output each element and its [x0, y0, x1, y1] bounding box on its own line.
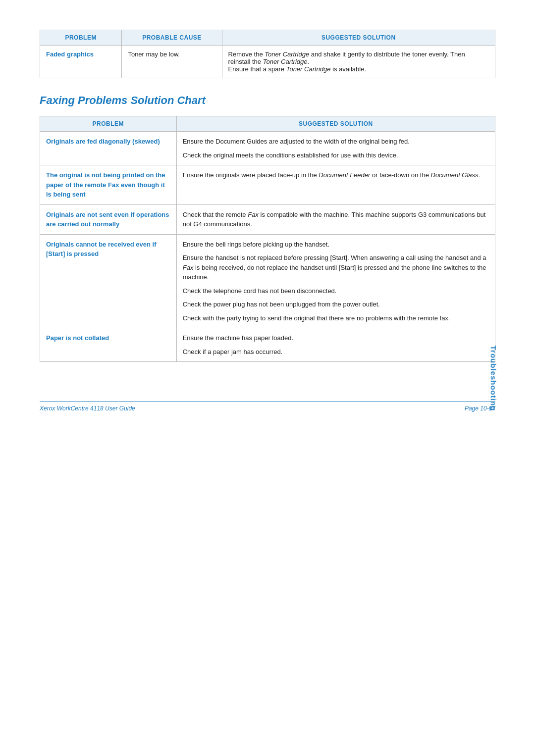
fax-solution-3: Check that the remote Fax is compatible …	[176, 204, 495, 234]
sol-4-p1: Ensure the bell rings before picking up …	[183, 240, 489, 250]
sol-4-p3: Check the telephone cord has not been di…	[183, 286, 489, 296]
fax-solution-4: Ensure the bell rings before picking up …	[176, 234, 495, 328]
sol-1-p2: Check the original meets the conditions …	[183, 151, 489, 160]
fax-table-header-solution: Suggested Solution	[176, 116, 495, 132]
section-heading: Faxing Problems Solution Chart	[40, 94, 495, 107]
fax-table-header-problem: Problem	[40, 116, 177, 132]
top-table-header-solution: Suggested Solution	[222, 30, 495, 46]
sol-5-p2: Check if a paper jam has occurred.	[183, 347, 489, 357]
sol-5-p1: Ensure the machine has paper loaded.	[183, 333, 489, 343]
table-row: Originals are not sent even if operation…	[40, 204, 495, 234]
fax-problem-2: The original is not being printed on the…	[40, 165, 177, 205]
fax-ref-2: Fax	[183, 264, 194, 271]
sidebar-label: Troubleshooting	[489, 345, 497, 411]
fax-problem-4: Originals cannot be received even if [St…	[40, 234, 177, 328]
sol-4-p5: Check with the party trying to send the …	[183, 313, 489, 323]
sol-2-p1: Ensure the originals were placed face-up…	[183, 170, 489, 180]
top-table-header-problem: Problem	[40, 30, 122, 46]
fax-table: Problem Suggested Solution Originals are…	[40, 116, 495, 362]
doc-feeder-ref: Document Feeder	[319, 171, 370, 179]
faded-graphics-solution: Remove the Toner Cartridge and shake it …	[222, 46, 495, 78]
sol-3-p1: Check that the remote Fax is compatible …	[183, 210, 489, 229]
table-row: Paper is not collated Ensure the machine…	[40, 328, 495, 362]
faded-graphics-problem: Faded graphics	[40, 46, 122, 78]
fax-solution-1: Ensure the Document Guides are adjusted …	[176, 132, 495, 165]
footer-left: Xerox WorkCentre 4118 User Guide	[40, 405, 135, 412]
fax-ref-1: Fax	[248, 211, 259, 218]
table-row: The original is not being printed on the…	[40, 165, 495, 205]
toner-cartridge-ref-3: Toner Cartridge	[286, 65, 331, 73]
solution-line-1: Remove the Toner Cartridge and shake it …	[228, 50, 489, 65]
faded-graphics-cause: Toner may be low.	[122, 46, 222, 78]
table-row: Originals are fed diagonally (skewed) En…	[40, 132, 495, 165]
sol-4-p4: Check the power plug has not been unplug…	[183, 300, 489, 309]
sol-1-p1: Ensure the Document Guides are adjusted …	[183, 137, 489, 147]
toner-cartridge-ref-2: Toner Cartridge	[263, 58, 308, 65]
fax-problem-5: Paper is not collated	[40, 328, 177, 362]
table-row: Faded graphics Toner may be low. Remove …	[40, 46, 495, 78]
fax-solution-2: Ensure the originals were placed face-up…	[176, 165, 495, 205]
footer: Xerox WorkCentre 4118 User Guide Page 10…	[40, 402, 495, 412]
doc-glass-ref: Document Glass	[431, 171, 479, 179]
sol-4-p2: Ensure the handset is not replaced befor…	[183, 253, 489, 282]
solution-line-2: Ensure that a spare Toner Cartridge is a…	[228, 65, 489, 73]
fax-solution-5: Ensure the machine has paper loaded. Che…	[176, 328, 495, 362]
page-wrapper: Troubleshooting Problem Probable Cause S…	[40, 30, 495, 412]
fax-problem-3: Originals are not sent even if operation…	[40, 204, 177, 234]
top-table-header-cause: Probable Cause	[122, 30, 222, 46]
top-table: Problem Probable Cause Suggested Solutio…	[40, 30, 495, 78]
fax-problem-1: Originals are fed diagonally (skewed)	[40, 132, 177, 165]
toner-cartridge-ref-1: Toner Cartridge	[265, 50, 309, 58]
table-row: Originals cannot be received even if [St…	[40, 234, 495, 328]
